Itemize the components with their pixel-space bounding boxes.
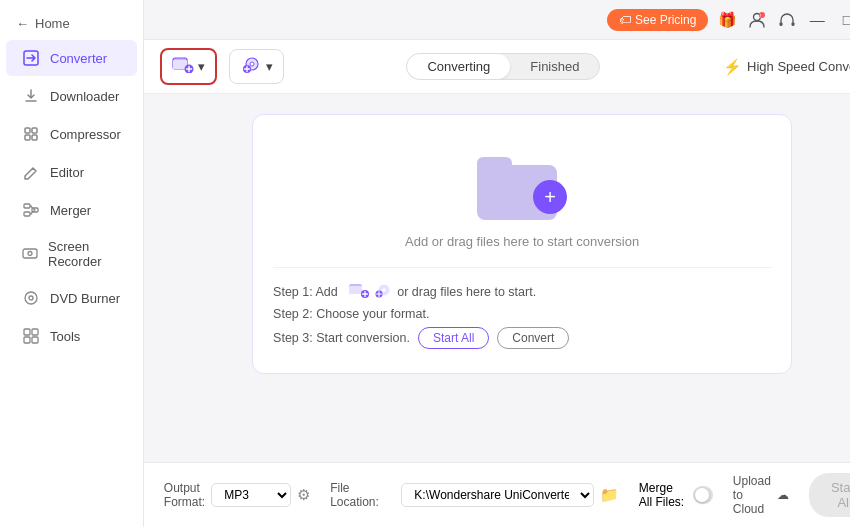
upload-to-cloud-label: Upload to Cloud: [733, 474, 771, 516]
merge-toggle[interactable]: [693, 486, 713, 504]
svg-point-10: [25, 292, 37, 304]
svg-rect-20: [792, 22, 795, 26]
lightning-icon: ⚡: [723, 58, 742, 76]
sidebar-item-editor[interactable]: Editor: [6, 154, 137, 190]
svg-rect-15: [32, 337, 38, 343]
svg-point-11: [29, 296, 33, 300]
svg-point-9: [28, 252, 32, 256]
dvd-burner-icon: [22, 289, 40, 307]
svg-rect-8: [23, 249, 37, 258]
svg-rect-5: [24, 204, 30, 208]
sidebar-item-compressor[interactable]: Compressor: [6, 116, 137, 152]
bottom-right-area: Merge All Files: Upload to Cloud ☁ Start…: [639, 473, 850, 517]
output-format-field: Output Format: MP3 MP4 AVI MOV ⚙: [164, 481, 310, 509]
downloader-icon: [22, 87, 40, 105]
svg-rect-28: [349, 286, 362, 294]
step1-add-cd-icon: [373, 282, 393, 301]
sidebar-item-screen-recorder[interactable]: Screen Recorder: [6, 230, 137, 278]
add-cd-button[interactable]: ▾: [229, 49, 284, 84]
topbar: 🏷 See Pricing 🎁 ! — □ ✕: [144, 0, 850, 40]
sidebar-item-downloader[interactable]: Downloader: [6, 78, 137, 114]
sidebar-label-downloader: Downloader: [50, 89, 119, 104]
steps-area: Step 1: Add: [273, 267, 771, 353]
step3-prefix: Step 3: Start conversion.: [273, 331, 410, 345]
content-area: + Add or drag files here to start conver…: [144, 94, 850, 462]
screen-recorder-icon: [22, 245, 38, 263]
editor-icon: [22, 163, 40, 181]
drop-zone-text: Add or drag files here to start conversi…: [405, 234, 639, 249]
back-arrow-icon: ←: [16, 16, 29, 31]
step1-suffix: or drag files here to start.: [397, 285, 536, 299]
sidebar-item-merger[interactable]: Merger: [6, 192, 137, 228]
sidebar-item-tools[interactable]: Tools: [6, 318, 137, 354]
cloud-icon[interactable]: ☁: [777, 488, 789, 502]
svg-rect-13: [32, 329, 38, 335]
sidebar-label-merger: Merger: [50, 203, 91, 218]
add-file-dropdown-arrow: ▾: [198, 59, 205, 74]
tag-icon: 🏷: [619, 13, 631, 27]
toggle-thumb: [695, 488, 709, 502]
start-all-main-button[interactable]: Start All: [809, 473, 850, 517]
folder-icon-wrap: +: [477, 145, 567, 220]
output-format-select[interactable]: MP3 MP4 AVI MOV: [211, 483, 291, 507]
svg-rect-3: [25, 135, 30, 140]
sidebar-label-converter: Converter: [50, 51, 107, 66]
toolbar: ▾ ▾ Converting Finished ⚡ High Spe: [144, 40, 850, 94]
minimize-icon[interactable]: —: [806, 9, 828, 31]
svg-point-25: [250, 62, 254, 66]
sidebar-label-tools: Tools: [50, 329, 80, 344]
step1-prefix: Step 1: Add: [273, 285, 338, 299]
tab-finished[interactable]: Finished: [510, 54, 599, 79]
merge-all-field: Merge All Files:: [639, 481, 713, 509]
step2-text: Step 2: Choose your format.: [273, 307, 429, 321]
output-format-label: Output Format:: [164, 481, 205, 509]
bottom-bar: Output Format: MP3 MP4 AVI MOV ⚙ File Lo…: [144, 462, 850, 527]
add-cd-icon: [240, 55, 262, 78]
step-1-row: Step 1: Add: [273, 282, 771, 301]
merge-all-label: Merge All Files:: [639, 481, 687, 509]
add-cd-dropdown-arrow: ▾: [266, 59, 273, 74]
sidebar: ← Home Converter Downloader: [0, 0, 144, 527]
converter-icon: [22, 49, 40, 67]
compressor-icon: [22, 125, 40, 143]
high-speed-conversion[interactable]: ⚡ High Speed Conversion: [723, 58, 850, 76]
tab-converting[interactable]: Converting: [407, 54, 510, 79]
drop-zone[interactable]: + Add or drag files here to start conver…: [252, 114, 792, 374]
file-location-label: File Location:: [330, 481, 395, 509]
start-all-small-button[interactable]: Start All: [418, 327, 489, 349]
svg-rect-12: [24, 329, 30, 335]
merger-icon: [22, 201, 40, 219]
svg-rect-6: [24, 212, 30, 216]
step1-add-file-icon: [349, 282, 369, 301]
svg-text:!: !: [760, 13, 761, 19]
headphone-icon[interactable]: [776, 9, 798, 31]
svg-rect-19: [780, 22, 783, 26]
sidebar-label-dvd-burner: DVD Burner: [50, 291, 120, 306]
see-pricing-button[interactable]: 🏷 See Pricing: [607, 9, 708, 31]
folder-open-icon[interactable]: 📁: [600, 486, 619, 504]
gift-icon[interactable]: 🎁: [716, 9, 738, 31]
sidebar-item-dvd-burner[interactable]: DVD Burner: [6, 280, 137, 316]
add-file-icon: [172, 55, 194, 78]
svg-point-31: [382, 288, 386, 292]
user-icon[interactable]: !: [746, 9, 768, 31]
step-2-row: Step 2: Choose your format.: [273, 307, 771, 321]
folder-plus-icon: +: [533, 180, 567, 214]
tab-switcher: Converting Finished: [406, 53, 600, 80]
svg-rect-14: [24, 337, 30, 343]
sidebar-label-screen-recorder: Screen Recorder: [48, 239, 121, 269]
maximize-icon[interactable]: □: [836, 9, 850, 31]
sidebar-back-label: Home: [35, 16, 70, 31]
sidebar-label-compressor: Compressor: [50, 127, 121, 142]
file-location-select[interactable]: K:\Wondershare UniConverter 1: [401, 483, 594, 507]
sidebar-label-editor: Editor: [50, 165, 84, 180]
sidebar-back-home[interactable]: ← Home: [0, 8, 143, 39]
settings-icon[interactable]: ⚙: [297, 486, 310, 504]
sidebar-item-converter[interactable]: Converter: [6, 40, 137, 76]
high-speed-label: High Speed Conversion: [747, 59, 850, 74]
add-file-button[interactable]: ▾: [160, 48, 217, 85]
main-content: 🏷 See Pricing 🎁 ! — □ ✕: [144, 0, 850, 527]
file-location-field: File Location: K:\Wondershare UniConvert…: [330, 481, 619, 509]
convert-small-button[interactable]: Convert: [497, 327, 569, 349]
see-pricing-label: See Pricing: [635, 13, 696, 27]
